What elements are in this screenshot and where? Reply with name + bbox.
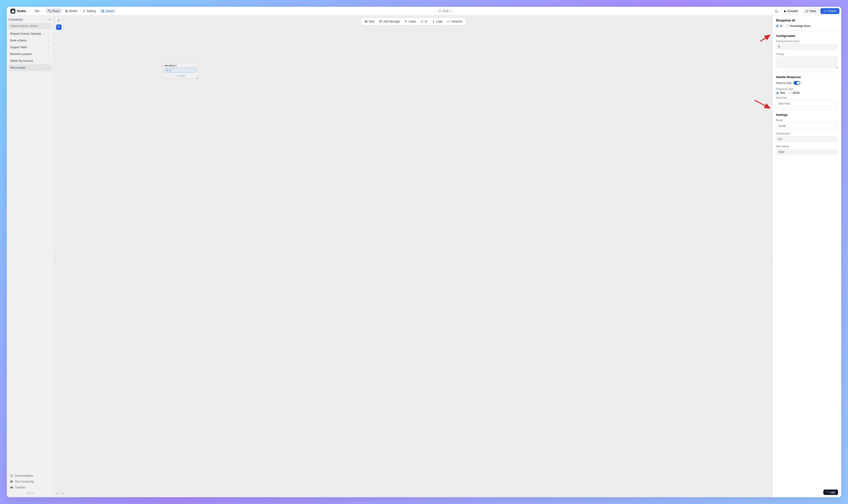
unsaved-dot-icon: ●: [450, 10, 452, 12]
more-icon[interactable]: ⋮: [47, 59, 50, 62]
tokens-label: Max Tokens: [776, 145, 838, 148]
message-icon: [379, 20, 382, 23]
draft-status[interactable]: Draft ●: [436, 8, 454, 14]
ai-button[interactable]: AI: [419, 19, 429, 24]
sidebar-item[interactable]: Book a Demo ⋮: [8, 37, 52, 44]
more-icon[interactable]: ⋮: [47, 66, 50, 69]
sidebar-item[interactable]: Become a partner ⋮: [8, 51, 52, 57]
brand-menu[interactable]: Studio ⌄: [8, 8, 31, 15]
send-chat-label: Send to chat: [776, 82, 791, 85]
setting-menu[interactable]: Setting: [80, 8, 98, 14]
chevron-down-icon[interactable]: ⌄: [43, 67, 45, 69]
settings-title: Settings: [776, 113, 838, 116]
flows-menu[interactable]: Flows: [46, 8, 62, 14]
svg-rect-0: [48, 10, 49, 11]
chevron-up-icon: ⌃: [826, 491, 828, 494]
handle-title: Handle Response: [776, 75, 838, 79]
send-chat-toggle[interactable]: [793, 81, 800, 85]
community-link[interactable]: Our Community: [9, 479, 51, 485]
listen-button[interactable]: Listen: [402, 19, 418, 24]
sidebar-item[interactable]: New session ⌄ ⋮: [8, 64, 52, 71]
flow-block[interactable]: New Block 3 ✦ AI + Add Step: [162, 63, 198, 78]
ear-icon: [404, 20, 408, 23]
resp-type-label: Response Type: [776, 88, 838, 90]
panel-title: Response AI: [776, 19, 838, 22]
advance-button[interactable]: Advance: [445, 19, 464, 24]
store-select[interactable]: Store into ⌃⌄: [776, 100, 838, 107]
svg-rect-10: [58, 19, 60, 22]
more-icon[interactable]: ⋮: [47, 46, 50, 49]
check-circle-icon: [823, 10, 827, 13]
sidebar-item[interactable]: Request Human Operator ⌄ ⋮: [8, 30, 52, 37]
radio-icon: [786, 25, 789, 28]
version-label: v1.1.1: [9, 490, 51, 496]
collapse-sidebar-handle[interactable]: ⟨: [54, 253, 55, 260]
svg-point-8: [12, 476, 12, 476]
chevron-down-icon[interactable]: ⌄: [43, 33, 45, 35]
flows-icon: [48, 10, 51, 13]
more-icon[interactable]: ⋮: [47, 53, 50, 56]
temperature-input[interactable]: [776, 136, 838, 142]
play-icon: ▶: [784, 10, 786, 13]
help-icon: [10, 474, 13, 477]
svg-point-3: [84, 11, 85, 12]
store-label: Store into: [776, 96, 838, 99]
canvas[interactable]: ⟨ Start Add Message: [54, 15, 773, 497]
cursor-tool[interactable]: [56, 24, 61, 30]
undo-button[interactable]: ↶: [56, 492, 59, 496]
brand-logo-icon: [11, 8, 15, 14]
publish-button[interactable]: Publish: [820, 8, 840, 14]
scenarios-label: SCENARIOS: [8, 19, 23, 21]
file-menu[interactable]: File ⌄: [32, 8, 44, 14]
add-step-button[interactable]: + Add Step: [163, 74, 198, 78]
radio-icon: [776, 92, 779, 94]
prompt-textarea[interactable]: [776, 57, 838, 68]
collapse-panel-handle[interactable]: ⟩: [771, 256, 773, 261]
tutorials-link[interactable]: Tutorials: [9, 485, 51, 490]
library-menu[interactable]: Library: [99, 8, 116, 14]
start-button[interactable]: Start: [362, 19, 377, 24]
logic-button[interactable]: Logic: [430, 19, 445, 24]
logic-icon: [432, 20, 435, 23]
theme-toggle[interactable]: [774, 8, 780, 14]
model-icon: [65, 10, 68, 13]
model-menu[interactable]: Model: [63, 8, 79, 14]
emulator-button[interactable]: ▶ Emulator: [781, 8, 801, 14]
more-icon[interactable]: ⋮: [47, 32, 50, 35]
config-title: Configuration: [776, 34, 838, 38]
svg-rect-4: [102, 10, 104, 12]
model-select[interactable]: Model ⌃⌄: [776, 123, 838, 129]
model-label: Model: [776, 119, 838, 122]
youtube-icon: [10, 486, 13, 489]
search-input[interactable]: [8, 23, 52, 29]
sidebar-item[interactable]: Delete My Account ⋮: [8, 57, 52, 64]
sidebar-item[interactable]: Support Team ⌄ ⋮: [8, 44, 52, 51]
more-icon[interactable]: ⋮: [47, 39, 50, 42]
text-radio[interactable]: Text: [776, 91, 785, 94]
save-button[interactable]: Save: [802, 8, 819, 14]
chevron-down-icon: ⌄: [40, 10, 42, 12]
moon-icon: [775, 9, 778, 13]
add-message-button[interactable]: Add Message: [377, 19, 402, 24]
chevron-down-icon[interactable]: ⌄: [43, 46, 45, 49]
logs-button[interactable]: ⌃ Logs: [823, 489, 838, 495]
clock-icon: [438, 10, 441, 13]
block-step-ai[interactable]: ✦ AI: [164, 68, 196, 73]
ai-step-icon: ✦: [166, 69, 168, 71]
svg-rect-1: [50, 11, 51, 12]
select-chevron-icon: ⌃⌄: [834, 103, 835, 105]
sidebar: SCENARIOS + Request Human Operator ⌄ ⋮ B…: [7, 15, 54, 497]
max-tokens-input[interactable]: [776, 149, 838, 155]
svg-point-6: [824, 10, 826, 12]
prev-chat-input[interactable]: [776, 44, 838, 50]
redo-button[interactable]: ↷: [61, 492, 64, 496]
json-radio[interactable]: JSON: [789, 91, 799, 94]
add-scenario-button[interactable]: +: [48, 18, 52, 22]
radio-icon: [789, 92, 791, 94]
kb-radio[interactable]: Knowledge Base: [786, 24, 810, 28]
panel-tool[interactable]: [56, 18, 61, 23]
ai-radio[interactable]: AI: [776, 24, 782, 28]
right-panel: Response AI AI Knowledge Base Configurat…: [773, 15, 841, 497]
gear-icon: [83, 10, 86, 13]
documentation-link[interactable]: Documentation: [9, 473, 51, 479]
